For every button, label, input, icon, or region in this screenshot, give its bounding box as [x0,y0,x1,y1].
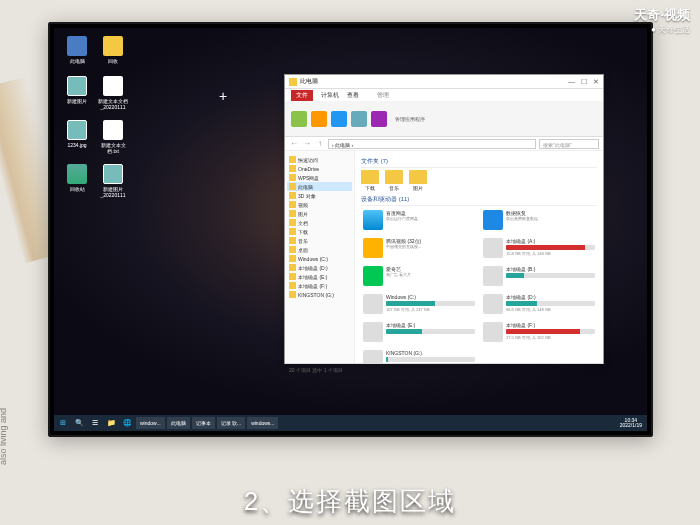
window-titlebar[interactable]: 此电脑 — ☐ ✕ [285,75,603,89]
taskbar: ⊞ 🔍 ☰ 📁 🌐 window...此电脑记事本记录 软...windows.… [54,415,647,431]
main-content: 文件夹 (7) 下载音乐图片 设备和驱动器 (11) 百度网盘双击运行百度网盘数… [355,151,603,363]
taskbar-task[interactable]: windows... [247,417,278,429]
search-input[interactable]: 搜索"此电脑" [539,139,599,149]
desktop-icon-txt[interactable]: 新建文本文档.txt [98,120,128,154]
desktop-icon-image[interactable]: 新建图片 [62,76,92,104]
drive-item[interactable]: 本地磁盘 (E:) [361,320,477,344]
tab-manage[interactable]: 管理 [377,91,389,100]
sidebar-item[interactable]: OneDrive [287,164,352,173]
sidebar-item[interactable]: WPS网盘 [287,173,352,182]
taskbar-task[interactable]: 记事本 [192,417,215,429]
taskbar-edge-icon[interactable]: 🌐 [120,417,134,429]
drive-item[interactable]: 腾讯视频 (32位)中国领先的在线视... [361,236,477,260]
drive-item[interactable]: Windows (C:)107 GB 可用, 共 237 GB [361,292,477,316]
address-bar-row: ← → ↑ › 此电脑 › 搜索"此电脑" [285,137,603,151]
address-path[interactable]: › 此电脑 › [328,139,536,149]
sidebar-item[interactable]: 本地磁盘 (D:) [287,263,352,272]
nav-back-button[interactable]: ← [289,139,299,149]
video-watermark: 天奇·视频 ● 天奇生活 [634,6,690,35]
ribbon-properties-icon[interactable] [291,111,307,127]
taskbar-task[interactable]: 记录 软... [217,417,246,429]
ribbon-open-icon[interactable] [311,111,327,127]
book-spine-text: also living and [0,408,8,465]
drive-item[interactable]: 本地磁盘 (B:) [481,264,597,288]
minimize-button[interactable]: — [568,78,575,86]
taskbar-task[interactable]: window... [136,417,165,429]
ribbon-network-icon[interactable] [331,111,347,127]
folder-icon [289,78,297,86]
nav-sidebar: 快速访问OneDriveWPS网盘此电脑3D 对象视频图片文档下载音乐桌面Win… [285,151,355,363]
desktop-icon-recycle[interactable]: 回收站 [62,164,92,192]
sidebar-item[interactable]: Windows (C:) [287,254,352,263]
start-button[interactable]: ⊞ [56,417,70,429]
drive-item[interactable]: 百度网盘双击运行百度网盘 [361,208,477,232]
desktop-icon-thispc[interactable]: 此电脑 [62,36,92,64]
taskbar-clock[interactable]: 10:342022/1/19 [617,418,645,429]
taskbar-search-icon[interactable]: 🔍 [72,417,86,429]
drive-item[interactable]: 数据恢复双击免费恢复数据 [481,208,597,232]
drive-item[interactable]: 本地磁盘 (F:)17.5 GB 可用, 共 102 GB [481,320,597,344]
nav-forward-button[interactable]: → [302,139,312,149]
sidebar-item[interactable]: 视频 [287,200,352,209]
tab-view[interactable]: 查看 [347,91,359,100]
sidebar-item[interactable]: 音乐 [287,236,352,245]
ribbon-toolbar: 管理应用程序 [285,101,603,137]
taskbar-task[interactable]: 此电脑 [167,417,190,429]
folder-item[interactable]: 下载 [361,170,379,191]
section-drives-title[interactable]: 设备和驱动器 (11) [361,195,597,206]
drive-item[interactable]: 本地磁盘 (A:)15.8 GB 可用, 共 148 GB [481,236,597,260]
ribbon-media-icon[interactable] [351,111,367,127]
desktop-icon-img2[interactable]: 新建图片_20220111 [98,164,128,198]
sidebar-item[interactable]: 下载 [287,227,352,236]
sidebar-item[interactable]: 本地磁盘 (F:) [287,281,352,290]
sidebar-item[interactable]: 图片 [287,209,352,218]
ribbon-tabs: 文件 计算机 查看 管理 [285,89,603,101]
crosshair-cursor: + [219,88,227,104]
sidebar-item[interactable]: 本地磁盘 (E:) [287,272,352,281]
tab-file[interactable]: 文件 [291,90,313,101]
close-button[interactable]: ✕ [593,78,599,86]
desktop-icon-jpg[interactable]: 1234.jpg [62,120,92,148]
folder-item[interactable]: 图片 [409,170,427,191]
sidebar-item[interactable]: 此电脑 [287,182,352,191]
status-bar: 20 个项目 选中 1 个项目 [285,363,603,375]
section-folders-title[interactable]: 文件夹 (7) [361,157,597,168]
video-caption: 2、选择截图区域 [0,484,700,519]
maximize-button[interactable]: ☐ [581,78,587,86]
desktop-icon-folder[interactable]: 回收 [98,36,128,64]
ribbon-apps-label[interactable]: 管理应用程序 [395,116,425,122]
window-title: 此电脑 [300,77,318,86]
sidebar-item[interactable]: 文档 [287,218,352,227]
desktop-screen[interactable]: 此电脑 回收 新建图片 新建文本文档_20220111 1234.jpg 新建文… [54,28,647,431]
tab-computer[interactable]: 计算机 [321,91,339,100]
taskbar-explorer-icon[interactable]: 📁 [104,417,118,429]
sidebar-item[interactable]: KINGSTON (G:) [287,290,352,299]
monitor-frame: 此电脑 回收 新建图片 新建文本文档_20220111 1234.jpg 新建文… [48,22,653,437]
file-explorer-window[interactable]: 此电脑 — ☐ ✕ 文件 计算机 查看 管理 管理应用程序 ← → ↑ › 此电… [284,74,604,364]
ribbon-settings-icon[interactable] [371,111,387,127]
folder-item[interactable]: 音乐 [385,170,403,191]
sidebar-item[interactable]: 桌面 [287,245,352,254]
sidebar-item[interactable]: 快速访问 [287,155,352,164]
sidebar-item[interactable]: 3D 对象 [287,191,352,200]
taskbar-taskview-icon[interactable]: ☰ [88,417,102,429]
drive-item[interactable]: 爱奇艺免广告 看大片 [361,264,477,288]
nav-up-button[interactable]: ↑ [315,139,325,149]
drive-item[interactable]: KINGSTON (G:)57.5 GB 可用, 共 57.6 GB [361,348,477,363]
desktop-icon-text[interactable]: 新建文本文档_20220111 [98,76,128,110]
drive-item[interactable]: 本地磁盘 (D:)96.6 GB 可用, 共 148 GB [481,292,597,316]
